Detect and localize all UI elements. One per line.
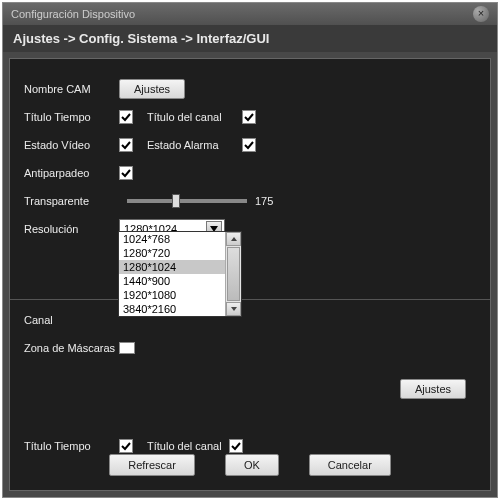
ok-button[interactable]: OK — [225, 454, 279, 476]
resolution-option[interactable]: 1440*900 — [119, 274, 225, 288]
resolution-option[interactable]: 3840*2160 — [119, 302, 225, 316]
transparency-slider[interactable] — [127, 199, 247, 203]
label-zona-mascaras: Zona de Máscaras — [24, 342, 119, 354]
transparency-value: 175 — [255, 195, 273, 207]
label-titulo-canal-2: Título del canal — [147, 440, 229, 452]
checkbox-titulo-canal-2[interactable] — [229, 439, 243, 453]
scroll-down-icon[interactable] — [226, 302, 241, 316]
cancelar-button[interactable]: Cancelar — [309, 454, 391, 476]
checkbox-titulo-tiempo-2[interactable] — [119, 439, 133, 453]
dropdown-scrollbar[interactable] — [225, 232, 241, 316]
resolution-option-list: 1024*768 1280*720 1280*1024 1440*900 192… — [119, 232, 225, 316]
resolution-option[interactable]: 1280*720 — [119, 246, 225, 260]
slider-thumb[interactable] — [172, 194, 180, 208]
checkbox-estado-alarma[interactable] — [242, 138, 256, 152]
label-nombre-cam: Nombre CAM — [24, 83, 119, 95]
main-panel: Nombre CAM Ajustes Título Tiempo Título … — [9, 58, 491, 491]
label-transparente: Transparente — [24, 195, 119, 207]
scroll-up-icon[interactable] — [226, 232, 241, 246]
footer-buttons: Refrescar OK Cancelar — [10, 454, 490, 476]
label-antiparpadeo: Antiparpadeo — [24, 167, 119, 179]
label-titulo-canal: Título del canal — [147, 111, 242, 123]
resolution-option[interactable]: 1024*768 — [119, 232, 225, 246]
ajustes-button-cam[interactable]: Ajustes — [119, 79, 185, 99]
scroll-thumb[interactable] — [227, 247, 240, 301]
checkbox-estado-video[interactable] — [119, 138, 133, 152]
checkbox-titulo-tiempo[interactable] — [119, 110, 133, 124]
checkbox-antiparpadeo[interactable] — [119, 166, 133, 180]
section-divider — [10, 299, 490, 300]
label-titulo-tiempo-2: Título Tiempo — [24, 440, 119, 452]
resolution-option[interactable]: 1920*1080 — [119, 288, 225, 302]
device-config-window: Configuración Dispositivo × Ajustes -> C… — [2, 2, 498, 498]
ajustes-button-2[interactable]: Ajustes — [400, 379, 466, 399]
label-estado-alarma: Estado Alarma — [147, 139, 242, 151]
window-title: Configuración Dispositivo — [11, 8, 135, 20]
label-titulo-tiempo: Título Tiempo — [24, 111, 119, 123]
refrescar-button[interactable]: Refrescar — [109, 454, 195, 476]
masks-toggle[interactable] — [119, 342, 135, 354]
label-canal: Canal — [24, 314, 119, 326]
breadcrumb: Ajustes -> Config. Sistema -> Interfaz/G… — [3, 25, 497, 52]
close-icon[interactable]: × — [473, 6, 489, 22]
checkbox-titulo-canal[interactable] — [242, 110, 256, 124]
label-estado-video: Estado Vídeo — [24, 139, 119, 151]
resolution-option[interactable]: 1280*1024 — [119, 260, 225, 274]
label-resolucion: Resolución — [24, 223, 119, 235]
resolution-dropdown[interactable]: 1024*768 1280*720 1280*1024 1440*900 192… — [118, 231, 242, 317]
titlebar: Configuración Dispositivo × — [3, 3, 497, 25]
